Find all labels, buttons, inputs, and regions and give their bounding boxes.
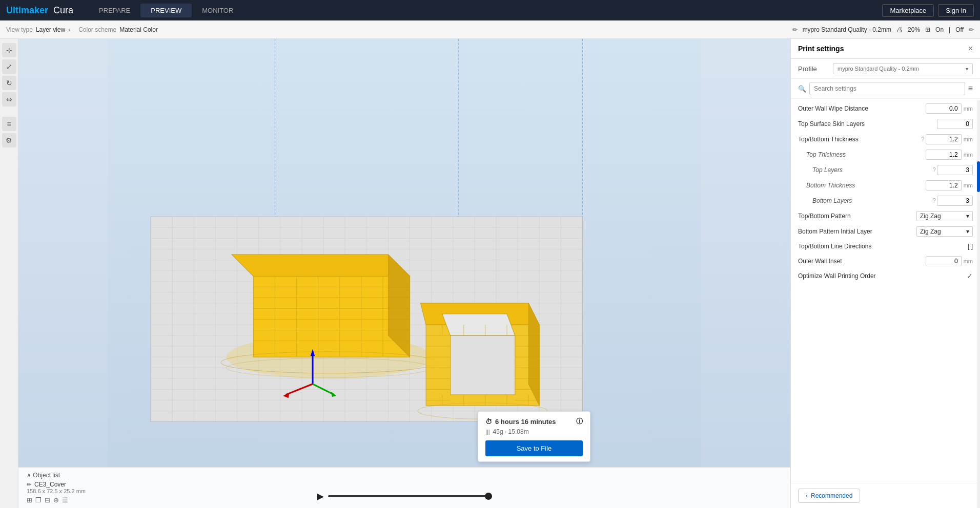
printer-profile-display: mypro Standard Quality - 0.2mm (803, 26, 891, 33)
search-row: 🔍 ≡ (791, 79, 980, 99)
search-settings-input[interactable] (809, 82, 965, 95)
signin-button[interactable]: Sign in (938, 4, 974, 17)
view-type-control[interactable]: View type Layer view ‹ (6, 26, 70, 33)
progress-track[interactable] (328, 495, 492, 497)
separator-icon: | (949, 26, 950, 33)
3d-viewport[interactable]: ∧ Object list ✏ CE3_Cover 158.6 x 72.5 x… (18, 39, 790, 508)
rotate-icon[interactable]: ↻ (2, 76, 16, 90)
profile-select-value: mypro Standard Quality - 0.2mm (838, 66, 919, 72)
toolbar-pencil-icon[interactable]: ✏ (792, 26, 798, 33)
profile-row: Profile mypro Standard Quality - 0.2mm ▾ (791, 59, 980, 79)
nav-prepare[interactable]: PREPARE (89, 4, 140, 17)
outer-wall-wipe-distance-label: Outer Wall Wipe Distance (798, 105, 926, 112)
top-bottom-pattern-label: Top/Bottom Pattern (798, 213, 916, 220)
setting-top-layers: Top Layers ? (791, 162, 980, 178)
top-bottom-line-directions-label: Top/Bottom Line Directions (798, 243, 968, 250)
panel-scrollbar[interactable] (977, 100, 980, 508)
object-list-toggle[interactable]: ∧ Object list (27, 472, 782, 479)
recommended-button[interactable]: ‹ Recommended (798, 489, 860, 503)
settings-list: Outer Wall Wipe Distance mm Top Surface … (791, 99, 980, 483)
scrollbar-thumb[interactable] (977, 161, 980, 192)
secondary-toolbar: View type Layer view ‹ Color scheme Mate… (0, 20, 980, 39)
color-scheme-control[interactable]: Color scheme Material Color (78, 26, 158, 33)
optimize-wall-checkbox[interactable]: ✓ (967, 272, 973, 280)
scale-icon[interactable]: ⤢ (2, 59, 16, 74)
support-icon[interactable]: ≡ (2, 117, 16, 131)
top-thickness-input[interactable] (926, 150, 962, 160)
top-bottom-pattern-select[interactable]: Zig Zag ▾ (916, 211, 973, 221)
app-logo: Ultimaker Cura (6, 5, 73, 16)
view-type-chevron[interactable]: ‹ (68, 26, 70, 33)
color-scheme-value[interactable]: Material Color (119, 26, 158, 33)
view-type-value[interactable]: Layer view (36, 26, 65, 33)
play-button[interactable]: ▶ (317, 491, 324, 502)
panel-header: Print settings × (791, 39, 980, 59)
top-layers-input[interactable] (937, 165, 973, 175)
logo-cura: Cura (53, 5, 73, 15)
duplicate-icon[interactable]: ⊞ (27, 496, 32, 504)
bottom-pattern-initial-layer-select[interactable]: Zig Zag ▾ (916, 226, 973, 237)
toolbar-right: ✏ mypro Standard Quality - 0.2mm 🖨 20% ⊞… (792, 26, 974, 33)
merge-icon[interactable]: ⊕ (53, 496, 59, 504)
on-label[interactable]: On (935, 26, 944, 33)
profile-chevron-icon: ▾ (966, 66, 968, 72)
weight-icon: ||| (485, 429, 490, 435)
nav-preview[interactable]: PREVIEW (140, 4, 192, 17)
zoom-level: 20% (908, 26, 920, 33)
info-icon[interactable]: ⓘ (576, 417, 583, 426)
copy-icon[interactable]: ❐ (35, 496, 42, 504)
layer-settings-icon[interactable]: ⚙ (2, 133, 16, 147)
toolbar-edit-icon[interactable]: ✏ (969, 26, 974, 33)
move-icon[interactable]: ⊹ (2, 43, 16, 57)
off-label[interactable]: Off (955, 26, 964, 33)
recommended-label: Recommended (811, 492, 852, 499)
settings-menu-icon[interactable]: ≡ (968, 84, 973, 93)
align-icon[interactable]: ☰ (62, 496, 68, 504)
top-bottom-line-directions-input[interactable]: [ ] (968, 243, 973, 250)
top-layers-label: Top Layers (798, 166, 930, 174)
panel-close-button[interactable]: × (968, 44, 973, 53)
top-navigation-bar: Ultimaker Cura PREPARE PREVIEW MONITOR M… (0, 0, 980, 20)
outer-wall-wipe-distance-input[interactable] (926, 103, 962, 114)
print-weight-row: ||| 45g · 15.08m (485, 428, 583, 435)
top-layers-help-icon[interactable]: ? (932, 166, 936, 174)
save-to-file-button[interactable]: Save to File (485, 440, 583, 456)
nav-monitor[interactable]: MONITOR (192, 4, 243, 17)
bottom-layers-input[interactable] (937, 196, 973, 206)
object-name-row: ✏ CE3_Cover (27, 481, 782, 488)
object-list-label: Object list (33, 472, 60, 479)
mirror-icon[interactable]: ⇔ (2, 92, 16, 107)
pencil-icon: ✏ (27, 481, 31, 488)
print-settings-panel: Print settings × Profile mypro Standard … (790, 39, 980, 508)
clock-icon: ⏱ (485, 418, 492, 426)
bottom-thickness-input[interactable] (926, 180, 962, 190)
bottom-thickness-value: mm (926, 180, 973, 190)
outer-wall-inset-unit: mm (964, 258, 973, 264)
setting-bottom-pattern-initial-layer: Bottom Pattern Initial Layer Zig Zag ▾ (791, 224, 980, 239)
layer-playback-bar: ▶ (317, 491, 492, 502)
svg-marker-41 (232, 255, 410, 276)
progress-thumb[interactable] (485, 493, 492, 500)
profile-select[interactable]: mypro Standard Quality - 0.2mm ▾ (833, 63, 973, 74)
top-bottom-thickness-unit: mm (964, 136, 973, 142)
top-layers-value: ? (930, 165, 973, 175)
setting-top-bottom-thickness: Top/Bottom Thickness ? mm (791, 132, 980, 147)
top-bottom-thickness-help-icon[interactable]: ? (921, 136, 925, 143)
bottom-layers-help-icon[interactable]: ? (932, 197, 936, 204)
collapse-icon: ∧ (27, 472, 31, 479)
svg-marker-60 (442, 314, 515, 335)
outer-wall-inset-label: Outer Wall Inset (798, 258, 926, 265)
logo-ultimaker: Ultimaker (6, 5, 48, 15)
printer-icon: 🖨 (896, 26, 903, 33)
outer-wall-wipe-distance-value: mm (926, 103, 973, 114)
view-type-label: View type (6, 26, 33, 33)
setting-bottom-layers: Bottom Layers ? (791, 193, 980, 208)
marketplace-button[interactable]: Marketplace (882, 4, 934, 17)
delete-icon[interactable]: ⊟ (45, 496, 50, 504)
bottom-pattern-initial-layer-chevron: ▾ (966, 228, 969, 235)
top-surface-skin-layers-input[interactable] (937, 119, 973, 129)
print-time-label: 6 hours 16 minutes (495, 418, 556, 426)
outer-wall-inset-input[interactable] (926, 256, 962, 266)
setting-top-bottom-pattern: Top/Bottom Pattern Zig Zag ▾ (791, 208, 980, 224)
top-bottom-thickness-input[interactable] (926, 134, 962, 144)
